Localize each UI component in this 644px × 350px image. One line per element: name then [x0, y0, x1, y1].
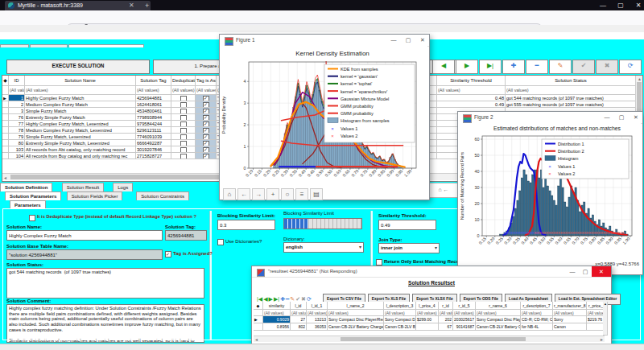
- plot-back-icon[interactable]: ←: [237, 188, 250, 200]
- dedup-checkbox[interactable]: [180, 96, 187, 102]
- delete-record-button[interactable]: ━: [526, 60, 548, 74]
- cell-assigned[interactable]: [196, 134, 217, 140]
- base-table-input[interactable]: [6, 249, 163, 260]
- cell-id[interactable]: 79: [9, 134, 25, 140]
- column-header[interactable]: l_name_2: [328, 302, 384, 310]
- scroll-right-icon[interactable]: ►: [600, 336, 604, 343]
- panel-tab-solution-definition[interactable]: Solution Definition: [0, 183, 52, 191]
- column-header[interactable]: l_description_3: [384, 302, 416, 310]
- panel-tab-logs[interactable]: Logs: [113, 183, 133, 191]
- assigned-checkbox[interactable]: [203, 147, 209, 154]
- use-dictionaries-checkbox[interactable]: [217, 239, 224, 245]
- row-marker[interactable]: ▶: [254, 316, 263, 323]
- result-row[interactable]: 0.895680236053Canon CB-2LV Battery Charg…: [254, 323, 608, 331]
- plot-forward-icon[interactable]: →: [252, 188, 265, 200]
- new-tab-icon[interactable]: +: [145, 1, 149, 10]
- result-row[interactable]: ▶0.90292713213Sony Compact Disc Player/R…: [254, 316, 608, 323]
- last-record-button[interactable]: ▶|: [479, 60, 502, 74]
- cell-pin[interactable]: [2, 146, 9, 153]
- column-header[interactable]: Solution Status: [506, 76, 637, 86]
- dedup-checkbox[interactable]: [180, 141, 187, 147]
- cell-threshold[interactable]: 0.49: [437, 101, 506, 108]
- filter-cell[interactable]: (All values): [9, 86, 25, 95]
- dedup-type-checkbox[interactable]: [29, 215, 35, 221]
- dedup-checkbox[interactable]: [180, 115, 187, 121]
- resultset-title-bar[interactable]: "resultset 4256944881" (Not Responding) …: [252, 266, 611, 278]
- cell-dedup[interactable]: [171, 127, 196, 134]
- grid-vscrollbar[interactable]: ▲: [603, 302, 608, 336]
- cell-l_name_2[interactable]: Sony Compact Disc Player/Recor: [328, 316, 384, 323]
- cell-assigned[interactable]: [196, 121, 217, 127]
- cell-r_id_5[interactable]: 90141687: [453, 323, 476, 331]
- filter-cell[interactable]: (All values): [25, 86, 136, 95]
- filter-cell[interactable]: (All values): [553, 310, 587, 316]
- cell-tag[interactable]: 2715828727: [136, 153, 171, 159]
- assigned-checkbox[interactable]: [203, 96, 209, 102]
- assigned-checkbox[interactable]: [203, 109, 209, 115]
- filter-cell[interactable]: (All values): [439, 310, 453, 316]
- blocking-limit-slider[interactable]: [283, 218, 362, 229]
- cell-id[interactable]: 76: [9, 114, 25, 121]
- cell-tag[interactable]: 7746091039: [136, 134, 171, 140]
- figure2-minimize-icon[interactable]: —: [601, 112, 613, 122]
- cancel-edit-button[interactable]: ✖: [596, 60, 618, 74]
- filter-cell[interactable]: (All values): [136, 86, 171, 95]
- cell-r_id[interactable]: 67: [439, 323, 453, 331]
- assigned-checkbox[interactable]: [203, 121, 209, 128]
- solution-tag-input[interactable]: [165, 230, 207, 241]
- cell-name[interactable]: All records from Buy catalog and only ma…: [25, 153, 136, 159]
- cell-id[interactable]: 80: [9, 140, 25, 146]
- cell-pin[interactable]: [2, 108, 9, 114]
- cell-tag[interactable]: 4534800461: [136, 108, 171, 114]
- cell-pin[interactable]: [2, 101, 9, 108]
- cell-name[interactable]: All records from Abt catalog, only match…: [25, 146, 136, 153]
- column-header[interactable]: similarity: [263, 302, 291, 310]
- cell-r_name_6[interactable]: Sony Compact Disc Player/R: [476, 316, 521, 323]
- cell-name[interactable]: Medium Complex Fuzzy Match: [25, 101, 136, 108]
- assigned-checkbox[interactable]: [203, 102, 209, 109]
- dictionary-select[interactable]: english: [283, 242, 364, 253]
- column-header[interactable]: r_manufacturer_8: [553, 302, 587, 310]
- cell-name[interactable]: Extremly Simple Fuzzy Match: [25, 114, 136, 121]
- scroll-thumb[interactable]: [341, 337, 526, 341]
- cell-l_description_3[interactable]: Sony Compact D: [384, 316, 416, 323]
- figure1-close-icon[interactable]: ✕: [416, 35, 429, 45]
- cell-id[interactable]: 1: [9, 95, 25, 101]
- column-header[interactable]: Deduplicate?: [171, 76, 196, 86]
- resultset-window[interactable]: "resultset 4256944881" (Not Responding) …: [251, 266, 612, 344]
- plot-pan-icon[interactable]: +: [266, 188, 279, 200]
- cell-l_id[interactable]: 27: [291, 316, 307, 323]
- column-header[interactable]: Solution Name: [25, 76, 136, 86]
- cell-name[interactable]: Simple Fuzzy Match, Lexemized: [25, 134, 136, 140]
- cell-assigned[interactable]: [196, 153, 217, 159]
- solution-name-input[interactable]: [6, 230, 163, 241]
- tag-assigned-checkbox[interactable]: [165, 251, 171, 257]
- cell-status[interactable]: got 544 matching records (of 1097 true m…: [506, 95, 637, 101]
- execute-solution-button[interactable]: EXECUTE SOLUTION: [6, 60, 150, 74]
- filter-cell[interactable]: (All values): [506, 86, 637, 95]
- join-type-select[interactable]: inner join: [378, 243, 440, 253]
- similarity-threshold-input[interactable]: [378, 220, 436, 230]
- filter-cell[interactable]: (All values): [416, 310, 439, 316]
- cell-l_name_2[interactable]: Canon CB-2LV Battery Charger -: [328, 323, 384, 331]
- dedup-checkbox[interactable]: [180, 134, 187, 141]
- refresh-button[interactable]: ⟳: [619, 60, 642, 74]
- cell-r_description_7[interactable]: for NB-4L: [521, 323, 553, 331]
- assigned-checkbox[interactable]: [203, 128, 209, 134]
- cell-assigned[interactable]: [196, 108, 217, 114]
- cell-dedup[interactable]: [171, 153, 196, 159]
- dedup-checkbox[interactable]: [180, 109, 187, 115]
- filter-cell[interactable]: (All values): [291, 310, 307, 316]
- cell-l_description_3[interactable]: Canon CB-2LV B: [384, 323, 416, 331]
- scroll-left-icon[interactable]: ◄: [254, 336, 258, 343]
- cell-id[interactable]: 3: [9, 108, 25, 114]
- cell-pin[interactable]: [2, 153, 9, 159]
- figure2-maximize-icon[interactable]: ▢: [615, 112, 628, 122]
- resultset-close-icon[interactable]: ✕: [592, 266, 611, 277]
- row-marker[interactable]: [254, 323, 263, 331]
- figure2-close-icon[interactable]: ✕: [630, 112, 642, 122]
- dedup-checkbox[interactable]: [180, 147, 187, 154]
- cell-dedup[interactable]: [171, 146, 196, 153]
- assigned-checkbox[interactable]: [203, 141, 209, 147]
- cell-dedup[interactable]: [171, 114, 196, 121]
